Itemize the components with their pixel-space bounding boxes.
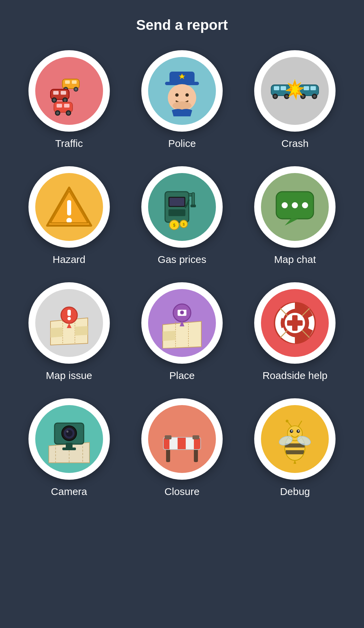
svg-rect-45 bbox=[67, 200, 71, 215]
report-item-camera[interactable]: Camera bbox=[19, 398, 119, 497]
page-title: Send a report bbox=[136, 17, 228, 33]
gas-icon-circle: $ $ bbox=[141, 166, 223, 248]
report-item-debug[interactable]: Debug bbox=[245, 398, 345, 497]
place-icon bbox=[148, 289, 216, 357]
closure-icon bbox=[148, 405, 216, 473]
svg-rect-78 bbox=[184, 310, 186, 311]
mapchat-icon-circle bbox=[254, 166, 336, 248]
svg-rect-50 bbox=[169, 198, 184, 206]
crash-icon bbox=[261, 57, 329, 125]
svg-rect-15 bbox=[57, 104, 62, 108]
camera-icon-circle bbox=[28, 398, 110, 480]
mapissue-label: Map issue bbox=[46, 370, 92, 381]
svg-point-34 bbox=[285, 95, 288, 98]
report-item-place[interactable]: Place bbox=[132, 282, 231, 381]
hazard-icon bbox=[35, 173, 103, 241]
report-item-crash[interactable]: Crash bbox=[245, 50, 345, 149]
svg-rect-107 bbox=[165, 435, 171, 439]
place-label: Place bbox=[169, 370, 195, 381]
mapchat-icon bbox=[261, 173, 329, 241]
svg-rect-16 bbox=[64, 104, 69, 108]
svg-rect-1 bbox=[65, 80, 70, 84]
debug-label: Debug bbox=[280, 486, 310, 497]
svg-rect-2 bbox=[72, 80, 77, 84]
report-item-roadside[interactable]: Roadside help bbox=[245, 282, 345, 381]
svg-text:$: $ bbox=[173, 223, 176, 228]
roadside-icon bbox=[261, 289, 329, 357]
svg-point-63 bbox=[292, 202, 298, 208]
svg-rect-30 bbox=[281, 86, 286, 90]
closure-label: Closure bbox=[164, 486, 199, 497]
svg-point-11 bbox=[53, 99, 56, 102]
camera-icon bbox=[35, 405, 103, 473]
crash-label: Crash bbox=[281, 138, 308, 149]
svg-rect-9 bbox=[61, 91, 66, 95]
place-icon-circle bbox=[141, 282, 223, 364]
svg-rect-84 bbox=[287, 320, 303, 326]
svg-point-13 bbox=[63, 99, 66, 102]
svg-rect-37 bbox=[310, 86, 316, 90]
crash-icon-circle bbox=[254, 50, 336, 132]
svg-rect-51 bbox=[168, 209, 185, 216]
mapchat-label: Map chat bbox=[274, 254, 316, 265]
svg-rect-36 bbox=[304, 86, 309, 90]
svg-rect-108 bbox=[193, 435, 199, 439]
svg-point-77 bbox=[181, 311, 183, 314]
svg-point-18 bbox=[56, 112, 59, 115]
traffic-icon bbox=[35, 57, 103, 125]
svg-point-116 bbox=[291, 430, 292, 432]
report-grid: Traffic bbox=[19, 50, 345, 497]
svg-rect-54 bbox=[190, 205, 196, 207]
debug-icon-circle bbox=[254, 398, 336, 480]
debug-icon bbox=[261, 405, 329, 473]
svg-point-26 bbox=[185, 93, 189, 97]
report-item-police[interactable]: Police bbox=[132, 50, 231, 149]
police-label: Police bbox=[168, 138, 196, 149]
svg-point-20 bbox=[67, 112, 70, 115]
svg-point-70 bbox=[67, 317, 71, 320]
svg-point-96 bbox=[66, 431, 68, 433]
hazard-icon-circle bbox=[28, 166, 110, 248]
svg-rect-69 bbox=[67, 310, 71, 316]
hazard-label: Hazard bbox=[53, 254, 85, 265]
gas-icon: $ $ bbox=[148, 173, 216, 241]
svg-point-64 bbox=[302, 202, 308, 208]
svg-point-119 bbox=[286, 420, 288, 422]
closure-icon-circle bbox=[141, 398, 223, 480]
gas-label: Gas prices bbox=[158, 254, 206, 265]
svg-point-6 bbox=[75, 88, 77, 91]
svg-point-62 bbox=[282, 202, 288, 208]
svg-rect-8 bbox=[53, 91, 59, 95]
svg-point-32 bbox=[274, 95, 277, 98]
report-item-mapissue[interactable]: Map issue bbox=[19, 282, 119, 381]
report-item-traffic[interactable]: Traffic bbox=[19, 50, 119, 149]
report-item-gas[interactable]: $ $ Gas prices bbox=[132, 166, 231, 265]
svg-point-27 bbox=[173, 101, 191, 110]
camera-label: Camera bbox=[51, 486, 87, 497]
traffic-icon-circle bbox=[28, 50, 110, 132]
police-icon-circle bbox=[141, 50, 223, 132]
svg-text:$: $ bbox=[183, 223, 185, 226]
mapissue-icon-circle bbox=[28, 282, 110, 364]
svg-point-41 bbox=[313, 95, 316, 98]
svg-rect-29 bbox=[274, 86, 279, 90]
report-item-hazard[interactable]: Hazard bbox=[19, 166, 119, 265]
report-item-mapchat[interactable]: Map chat bbox=[245, 166, 345, 265]
svg-rect-111 bbox=[286, 450, 304, 454]
svg-line-120 bbox=[298, 421, 302, 426]
svg-rect-53 bbox=[192, 193, 195, 206]
svg-point-25 bbox=[175, 93, 179, 97]
roadside-icon-circle bbox=[254, 282, 336, 364]
svg-rect-104 bbox=[178, 437, 186, 450]
svg-rect-98 bbox=[62, 448, 76, 450]
roadside-label: Roadside help bbox=[262, 370, 327, 381]
traffic-label: Traffic bbox=[55, 138, 83, 149]
police-icon bbox=[148, 57, 216, 125]
svg-point-117 bbox=[298, 430, 299, 432]
mapissue-icon bbox=[35, 289, 103, 357]
report-item-closure[interactable]: Closure bbox=[132, 398, 231, 497]
